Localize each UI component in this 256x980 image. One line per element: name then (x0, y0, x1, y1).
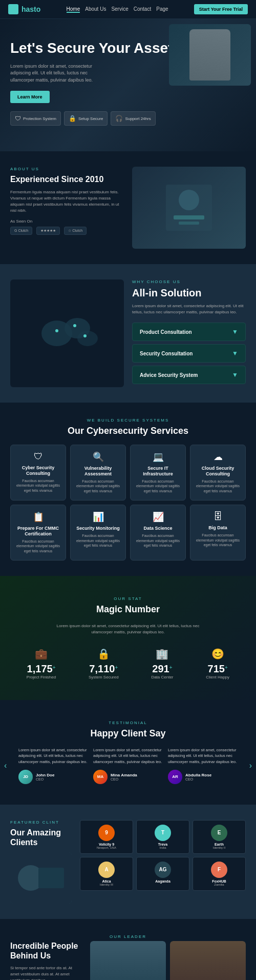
why-description: Lorem ipsum dolor sit amet, consectetur … (132, 303, 246, 315)
testimonial-card-3: Lorem ipsum dolor sit amet, consectetur … (168, 747, 238, 784)
clients-grid: 9 Volicity 9 Newport, USA T Treva India … (80, 820, 246, 891)
nav-link-about[interactable]: About Us (85, 6, 106, 13)
service-name-4: Cloud Security Consulting (195, 466, 241, 477)
team-cards: Warner Bryan Founder Lois Philiph Co-Fou… (90, 941, 246, 980)
map-visual (10, 279, 124, 387)
hero-image (169, 24, 251, 86)
hero-feature-1: 🛡 Protection System (10, 111, 61, 126)
accordion-title-3: Advice Security System (140, 372, 198, 378)
client-location-2: India (140, 846, 186, 849)
nav-link-contact[interactable]: Contact (134, 6, 151, 13)
nav-link-home[interactable]: Home (67, 6, 80, 13)
svg-point-8 (55, 329, 58, 332)
nav-links: Home About Us Service Contact Page (67, 6, 168, 13)
seen-logo-1: G Clutch (10, 227, 32, 235)
clients-icon: 😊 (206, 648, 229, 660)
stat-projects: 💼 1,175+ Project Finished (27, 648, 56, 679)
client-logo-4[interactable]: A Atica Identity III (80, 857, 133, 891)
as-seen-label: As Seen On (10, 219, 124, 224)
data-science-icon: 📈 (135, 511, 181, 523)
hero-cta-button[interactable]: Learn More (10, 91, 50, 103)
service-card-3[interactable]: 💻 Secure IT Infrastructure Faucibus accu… (130, 445, 186, 501)
team-section: OUR LEADER Incredible People Behind Us S… (0, 919, 256, 980)
protection-icon: 🛡 (15, 115, 21, 122)
lock-icon: 🔒 (69, 115, 76, 122)
team-label: OUR LEADER (10, 934, 246, 939)
about-image (132, 167, 246, 249)
service-name-6: Security Monitoring (75, 526, 121, 531)
feature-label-2: Setup Secure (78, 116, 103, 121)
why-section: WHY CHOOSE US All-in Solution Lorem ipsu… (0, 264, 256, 403)
service-card-4[interactable]: ☁ Cloud Security Consulting Faucibus acc… (190, 445, 246, 501)
clients-section: FEATURED CLINT Our Amazing Clients 9 Vol… (0, 805, 256, 919)
client-location-6: Zamilia (196, 883, 242, 886)
client-img-4: A (98, 862, 115, 878)
cmmc-icon: 📋 (15, 511, 61, 523)
author-name-1: John Doe (36, 773, 54, 777)
testimonials-wrapper: ‹ Lorem ipsum dolor sit amet, consectetu… (10, 747, 246, 784)
about-image-container (132, 167, 246, 249)
author-role-2: CEO (111, 777, 137, 781)
client-img-3: E (211, 825, 227, 841)
stat-datacenters: 🏢 291+ Data Center (151, 648, 173, 679)
testimonial-next-button[interactable]: › (249, 761, 252, 770)
clients-label: FEATURED CLINT (10, 820, 72, 825)
client-location-3: Identity II (196, 846, 242, 849)
service-desc-7: Faucibus accumsan elementum volutpat sag… (135, 533, 181, 548)
testimonials-title: Happy Client Say (10, 728, 246, 739)
hero-feature-2: 🔒 Setup Secure (64, 111, 108, 126)
nav-cta-button[interactable]: Start Your Free Trial (194, 4, 248, 14)
client-logo-2[interactable]: T Treva India (136, 820, 189, 854)
client-name-3: Earth (196, 843, 242, 846)
client-logo-6[interactable]: F FoxHUB Zamilia (193, 857, 246, 891)
client-logo-1[interactable]: 9 Volicity 9 Newport, USA (80, 820, 133, 854)
team-content: Incredible People Behind Us Si tempor se… (10, 941, 82, 980)
service-card-2[interactable]: 🔍 Vulnerability Assessment Faucibus accu… (70, 445, 126, 501)
vulnerability-icon: 🔍 (75, 451, 121, 463)
logo-icon: ▲ (8, 4, 18, 14)
svg-rect-13 (38, 868, 64, 888)
service-card-6[interactable]: 📊 Security Monitoring Faucibus accumsan … (70, 505, 126, 561)
clients-illustration (10, 852, 72, 904)
client-logo-3[interactable]: E Earth Identity II (193, 820, 246, 854)
service-name-3: Secure IT Infrastructure (135, 466, 181, 477)
accordion-title-1: Product Consultation (140, 329, 192, 335)
accordion-arrow-2: ▼ (232, 350, 238, 357)
nav-link-service[interactable]: Service (111, 6, 128, 13)
nav-link-page[interactable]: Page (156, 6, 168, 13)
hero-section: Let's Secure Your Asset. Lorem ipsum dol… (0, 19, 256, 151)
nav-logo[interactable]: ▲ hasto (8, 4, 40, 14)
testimonial-prev-button[interactable]: ‹ (4, 761, 7, 770)
svg-rect-3 (179, 222, 199, 225)
team-title: Incredible People Behind Us (10, 941, 82, 961)
testimonial-author-1: JD John Doe CEO (18, 770, 88, 784)
accordion-item-1[interactable]: Product Consultation ▼ (132, 323, 246, 341)
service-card-7[interactable]: 📈 Data Science Faucibus accumsan element… (130, 505, 186, 561)
client-location-1: Newport, USA (83, 846, 130, 849)
about-description: Fermentum ligula massa aliquam nisl prae… (10, 189, 124, 214)
service-desc-1: Faucibus accumsan elementum volutpat sag… (15, 478, 61, 493)
magic-label: OUR STAT (10, 596, 246, 601)
testimonial-text-2: Lorem ipsum dolor sit amet, consectetur … (93, 747, 163, 765)
author-name-2: Mina Amanda (111, 773, 137, 777)
author-name-3: Abdulla Rose (185, 773, 211, 777)
service-desc-6: Faucibus accumsan elementum volutpat sag… (75, 533, 121, 548)
testimonial-text-1: Lorem ipsum dolor sit amet, consectetur … (18, 747, 88, 765)
service-card-5[interactable]: 📋 Prepare For CMMC Certification Faucibu… (10, 505, 66, 561)
navigation: ▲ hasto Home About Us Service Contact Pa… (0, 0, 256, 19)
svg-point-7 (77, 331, 98, 346)
svg-rect-2 (174, 215, 204, 219)
service-card-8[interactable]: 🗄 Big Data Faucibus accumsan elementum v… (190, 505, 246, 561)
why-title: All-in Solution (132, 287, 246, 299)
monitoring-icon: 📊 (75, 511, 121, 523)
stat-projects-label: Project Finished (27, 675, 56, 679)
client-img-1: 9 (98, 825, 115, 841)
service-name-5: Prepare For CMMC Certification (15, 526, 61, 537)
service-desc-2: Faucibus accumsan elementum volutpat sag… (75, 479, 121, 494)
client-logo-5[interactable]: AG Aaganda (136, 857, 189, 891)
accordion-title-2: Security Consultation (140, 351, 193, 356)
accordion-item-3[interactable]: Advice Security System ▼ (132, 366, 246, 384)
service-card-1[interactable]: 🛡 Cyber Security Consulting Faucibus acc… (10, 445, 66, 501)
about-title: Experienced Since 2010 (10, 174, 124, 184)
accordion-item-2[interactable]: Security Consultation ▼ (132, 344, 246, 363)
